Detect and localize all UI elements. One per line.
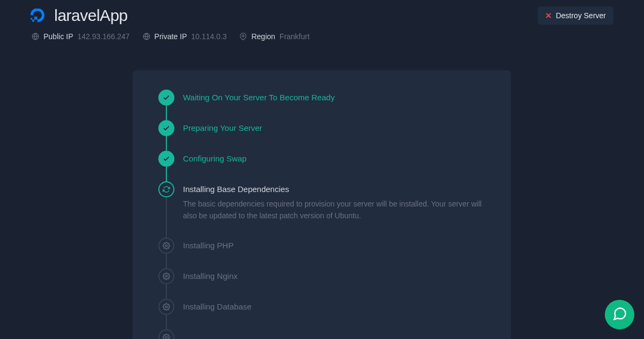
gear-icon: [158, 268, 174, 284]
private-ip: Private IP 10.114.0.3: [143, 32, 227, 41]
svg-rect-2: [31, 18, 32, 19]
chat-button[interactable]: [605, 300, 634, 329]
region: Region Frankfurt: [239, 32, 309, 41]
app-title: laravelApp: [54, 6, 128, 25]
step-title: Installing Base Dependencies: [183, 183, 485, 195]
destroy-server-button[interactable]: Destroy Server: [538, 6, 613, 25]
provider-logo: [31, 9, 45, 23]
svg-rect-0: [34, 17, 38, 20]
check-icon: [158, 90, 174, 106]
step-base-deps: Installing Base Dependencies The basic d…: [158, 181, 485, 238]
chat-icon: [612, 306, 627, 323]
close-icon: [545, 12, 552, 19]
step-title: Installing Database: [183, 301, 485, 312]
map-pin-icon: [239, 33, 247, 40]
svg-point-11: [165, 336, 167, 338]
step-database: Installing Database: [158, 299, 485, 329]
gear-icon: [158, 299, 174, 315]
globe-icon: [143, 33, 150, 40]
step-next: [158, 329, 485, 339]
public-ip-value: 142.93.166.247: [77, 32, 129, 41]
step-title: Waiting On Your Server To Become Ready: [183, 92, 485, 103]
step-preparing: Preparing Your Server: [158, 120, 485, 151]
region-value: Frankfurt: [280, 32, 310, 41]
step-nginx: Installing Nginx: [158, 268, 485, 299]
svg-point-7: [243, 35, 245, 37]
check-icon: [158, 151, 174, 167]
step-title: Preparing Your Server: [183, 122, 485, 134]
header-left: laravelApp: [31, 6, 128, 25]
page-header: laravelApp Destroy Server: [0, 0, 644, 25]
gear-icon: [158, 238, 174, 254]
region-label: Region: [251, 32, 275, 41]
step-title: Installing Nginx: [183, 270, 485, 282]
svg-point-10: [165, 306, 167, 308]
public-ip-label: Public IP: [43, 32, 73, 41]
refresh-icon: [158, 181, 174, 197]
svg-rect-1: [32, 19, 34, 21]
destroy-label: Destroy Server: [556, 11, 606, 20]
private-ip-value: 10.114.0.3: [191, 32, 226, 41]
step-title: Installing PHP: [183, 240, 485, 251]
check-icon: [158, 120, 174, 136]
step-swap: Configuring Swap: [158, 151, 485, 181]
svg-point-8: [165, 245, 167, 247]
provisioning-card: Waiting On Your Server To Become Ready P…: [133, 70, 511, 339]
steps-list: Waiting On Your Server To Become Ready P…: [158, 90, 485, 339]
step-title: Configuring Swap: [183, 153, 485, 164]
step-php: Installing PHP: [158, 238, 485, 268]
step-description: The basic dependencies required to provi…: [183, 198, 485, 222]
step-waiting-ready: Waiting On Your Server To Become Ready: [158, 90, 485, 120]
svg-point-9: [165, 275, 167, 277]
private-ip-label: Private IP: [155, 32, 187, 41]
globe-icon: [32, 33, 39, 40]
server-meta-row: Public IP 142.93.166.247 Private IP 10.1…: [0, 25, 644, 41]
public-ip: Public IP 142.93.166.247: [32, 32, 130, 41]
gear-icon: [158, 329, 174, 339]
